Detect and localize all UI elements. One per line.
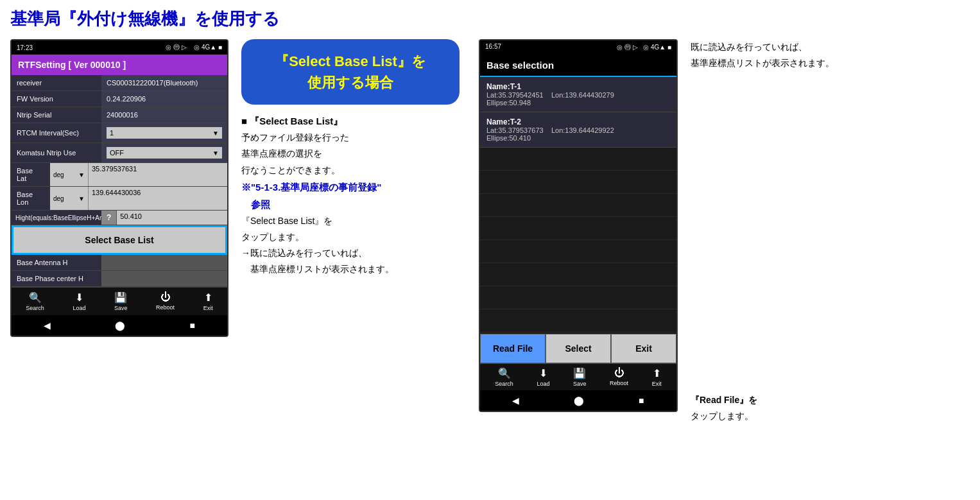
right-status-bar: 16:57 ◎ ⓜ ▷ ◎ 4G▲ ■ <box>480 40 676 55</box>
right-nav-search[interactable]: 🔍 Search <box>495 367 513 387</box>
hight-q-button[interactable]: ? <box>101 211 117 225</box>
desc-tap1: 『Select Base List』を <box>241 213 460 229</box>
right-exit-button[interactable]: Exit <box>611 334 676 363</box>
fw-label: FW Version <box>12 91 101 107</box>
nav-save[interactable]: 💾 Save <box>114 291 128 311</box>
receiver-value: CS000312220017(Bluetooth) <box>101 75 227 91</box>
base-antenna-row: Base Antenna H <box>12 255 227 271</box>
komatsu-label: Komatsu Ntrip Use <box>12 143 101 162</box>
desc-line3: 行なうことができます。 <box>241 162 460 178</box>
bottom-note-line2: タップします。 <box>691 411 753 421</box>
exit-icon: ⬆ <box>204 291 212 304</box>
t1-lat-lon: Lat:35.379542451 Lon:139.644430279 <box>486 91 670 99</box>
base-phase-value[interactable] <box>101 271 227 286</box>
top-note-line1: 既に読込みを行っていれば、 <box>691 42 807 52</box>
rtcm-dropdown[interactable]: 1 ▼ <box>107 127 222 139</box>
base-lon-deg[interactable]: deg ▼ <box>50 187 89 210</box>
left-time: 17:23 <box>17 44 33 51</box>
komatsu-row: Komatsu Ntrip Use OFF ▼ <box>12 143 227 163</box>
receiver-row: receiver CS000312220017(Bluetooth) <box>12 75 227 91</box>
base-antenna-label: Base Antenna H <box>12 255 101 270</box>
desc-line1: 予めファイル登録を行った <box>241 130 460 146</box>
desc-heading: ■ 『Select Base List』 <box>241 112 460 130</box>
left-system-nav: ◀ ⬤ ■ <box>12 315 227 336</box>
empty-row-3 <box>480 194 676 217</box>
right-nav-reboot[interactable]: ⏻ Reboot <box>610 367 628 387</box>
read-file-button[interactable]: Read File <box>480 334 546 363</box>
right-reboot-icon: ⏻ <box>614 367 624 379</box>
right-nav-load[interactable]: ⬇ Load <box>537 367 549 387</box>
base-lat-input[interactable]: 35.379537631 <box>89 163 227 186</box>
right-load-icon: ⬇ <box>539 367 547 379</box>
right-home-btn[interactable]: ⬤ <box>574 395 584 406</box>
hight-label: Hight(equals:BaseEllipseH+AntennaH+Phase… <box>12 211 101 225</box>
left-status-bar: 17:23 ◎ ⓜ ▷ ◎ 4G▲ ■ <box>12 40 227 55</box>
t1-name: Name:T-1 <box>486 82 670 91</box>
base-lon-row: BaseLon deg ▼ 139.644430036 <box>12 187 227 211</box>
empty-row-2 <box>480 171 676 194</box>
right-nav-save[interactable]: 💾 Save <box>573 367 587 387</box>
hight-value[interactable]: 50.410 <box>117 211 227 225</box>
right-system-nav: ◀ ⬤ ■ <box>480 390 676 411</box>
recent-btn[interactable]: ■ <box>189 320 194 331</box>
main-content: 17:23 ◎ ⓜ ▷ ◎ 4G▲ ■ RTFSetting [ Ver 000… <box>10 39 970 424</box>
search-icon: 🔍 <box>29 291 42 304</box>
right-exit-icon: ⬆ <box>653 367 661 379</box>
back-btn[interactable]: ◀ <box>44 320 51 331</box>
top-note: 既に読込みを行っていれば、 基準座標点リストが表示されます。 <box>691 39 957 71</box>
right-save-icon: 💾 <box>573 367 586 379</box>
t2-lat-lon: Lat:35.379537673 Lon:139.644429922 <box>486 126 670 134</box>
right-nav-exit[interactable]: ⬆ Exit <box>652 367 662 387</box>
empty-list-area <box>480 148 676 332</box>
desc-block: ■ 『Select Base List』 予めファイル登録を行った 基準点座標の… <box>241 112 460 278</box>
empty-row-5 <box>480 240 676 263</box>
right-bottom-nav: 🔍 Search ⬇ Load 💾 Save ⏻ Reboot ⬆ Ex <box>480 363 676 390</box>
komatsu-dropdown[interactable]: OFF ▼ <box>107 147 222 159</box>
bubble-box: 『Select Base List』を 使用する場合 <box>241 39 460 105</box>
list-item-t2[interactable]: Name:T-2 Lat:35.379537673 Lon:139.644429… <box>480 112 676 148</box>
rtcm-arrow: ▼ <box>212 130 219 137</box>
reboot-icon: ⏻ <box>160 291 171 303</box>
top-note-line2: 基準座標点リストが表示されます。 <box>691 58 834 68</box>
load-icon: ⬇ <box>75 291 83 304</box>
right-time: 16:57 <box>485 43 501 52</box>
right-nav-reboot-label: Reboot <box>610 380 628 386</box>
base-lon-input[interactable]: 139.644430036 <box>89 187 227 210</box>
left-bottom-nav: 🔍 Search ⬇ Load 💾 Save ⏻ Reboot ⬆ Ex <box>12 287 227 315</box>
nav-reboot-label: Reboot <box>156 304 175 311</box>
nav-reboot[interactable]: ⏻ Reboot <box>156 291 175 311</box>
komatsu-value[interactable]: OFF ▼ <box>101 143 227 162</box>
save-icon: 💾 <box>114 291 127 304</box>
rtcm-value[interactable]: 1 ▼ <box>101 123 227 142</box>
ntrip-serial-value: 24000016 <box>101 107 227 123</box>
select-base-list-button[interactable]: Select Base List <box>12 225 227 255</box>
desc-line2: 基準点座標の選択を <box>241 146 460 162</box>
right-recent-btn[interactable]: ■ <box>639 395 644 406</box>
base-phase-label: Base Phase center H <box>12 271 101 286</box>
nav-exit[interactable]: ⬆ Exit <box>203 291 213 311</box>
base-antenna-value[interactable] <box>101 255 227 270</box>
desc-link: ※"5-1-3.基準局座標の事前登録" <box>241 178 460 196</box>
ntrip-serial-label: Ntrip Serial <box>12 107 101 123</box>
right-back-btn[interactable]: ◀ <box>512 395 519 406</box>
ntrip-serial-row: Ntrip Serial 24000016 <box>12 107 227 123</box>
rtcm-label: RTCM Interval(Sec) <box>12 123 101 142</box>
receiver-label: receiver <box>12 75 101 91</box>
left-phone: 17:23 ◎ ⓜ ▷ ◎ 4G▲ ■ RTFSetting [ Ver 000… <box>10 39 228 337</box>
page-title: 基準局『外付け無線機』を使用する <box>10 8 970 30</box>
nav-load-label: Load <box>73 305 85 311</box>
list-item-t1[interactable]: Name:T-1 Lat:35.379542451 Lon:139.644430… <box>480 77 676 112</box>
right-search-icon: 🔍 <box>498 367 511 379</box>
base-lon-label: BaseLon <box>12 187 50 210</box>
antenna-rows: Base Antenna H Base Phase center H <box>12 255 227 287</box>
bottom-note-line1: 『Read File』を <box>691 395 757 405</box>
nav-search[interactable]: 🔍 Search <box>26 291 44 311</box>
home-btn[interactable]: ⬤ <box>115 320 125 331</box>
nav-search-label: Search <box>26 305 44 311</box>
nav-load[interactable]: ⬇ Load <box>73 291 85 311</box>
base-lat-deg[interactable]: deg ▼ <box>50 163 89 186</box>
right-phone: 16:57 ◎ ⓜ ▷ ◎ 4G▲ ■ Base selection Name:… <box>479 39 678 412</box>
select-button[interactable]: Select <box>546 334 611 363</box>
t1-ellipse: Ellipse:50.948 <box>486 99 670 107</box>
right-status-icons: ◎ ⓜ ▷ ◎ 4G▲ ■ <box>617 43 671 52</box>
